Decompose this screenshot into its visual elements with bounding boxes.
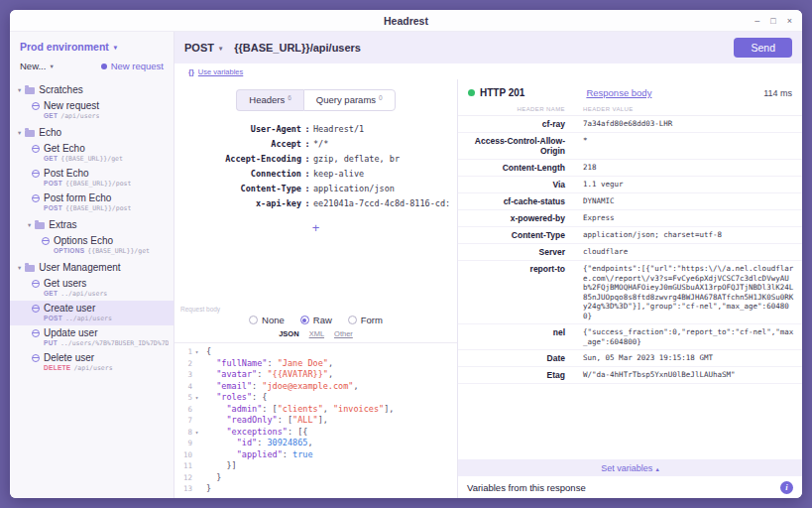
response-row: Content-Length218 xyxy=(458,160,802,177)
tree-request-row[interactable]: Delete userDELETE/api/users xyxy=(10,350,174,375)
request-label: Create user xyxy=(44,303,95,314)
spacer xyxy=(174,244,457,304)
tree-folder-row[interactable]: ▾Scratches xyxy=(10,80,174,98)
minimize-button[interactable]: – xyxy=(754,16,759,26)
header-name[interactable]: Connection xyxy=(174,169,301,179)
add-header-row: + xyxy=(174,210,457,244)
set-variables-link[interactable]: Set variables xyxy=(601,463,658,473)
format-tab-xml[interactable]: XML xyxy=(309,329,324,338)
close-button[interactable]: × xyxy=(787,16,792,26)
header-value[interactable]: keep-alive xyxy=(313,169,451,179)
request-icon xyxy=(32,354,40,362)
response-row: cf-ray7a34afd80e68dd03-LHR xyxy=(458,116,802,133)
header-row[interactable]: Accept:*/* xyxy=(174,136,451,151)
response-header-value: 7a34afd80e68dd03-LHR xyxy=(575,119,802,129)
tree-request-row[interactable]: Post EchoPOST{{BASE_URL}}/post xyxy=(10,166,174,190)
add-icon xyxy=(101,64,107,69)
header-name[interactable]: User-Agent xyxy=(174,124,301,134)
tab-headers[interactable]: Headers6 xyxy=(236,89,303,111)
status-code: HTTP 201 xyxy=(480,87,524,98)
line-number: 2 xyxy=(187,358,192,370)
editor-code[interactable]: { "fullName": "Jane Doe", "avatar": "{{A… xyxy=(201,343,457,498)
send-button[interactable]: Send xyxy=(734,38,792,58)
response-header-name: Content-Type xyxy=(458,230,575,240)
request-method-badge: GET xyxy=(44,155,58,163)
request-method-badge: OPTIONS xyxy=(54,247,84,255)
request-path: ../users/%7B%7BUSER_ID%7D%7D xyxy=(60,339,170,347)
header-row[interactable]: User-Agent:Headrest/1 xyxy=(174,121,451,136)
tree-request-row[interactable]: New requestGET/api/users xyxy=(10,98,174,123)
request-icon xyxy=(32,329,40,337)
tab-query-params[interactable]: Query params0 xyxy=(303,89,396,111)
window-controls: – □ × xyxy=(754,10,792,31)
header-value[interactable]: gzip, deflate, br xyxy=(313,154,451,164)
method-select[interactable]: POST xyxy=(184,42,222,54)
environment-label: Prod environment xyxy=(20,41,109,53)
tree-request-row[interactable]: Post form EchoPOST{{BASE_URL}}/post xyxy=(10,190,174,215)
response-header-name: Via xyxy=(458,180,575,190)
header-name[interactable]: Content-Type xyxy=(174,184,301,193)
body-mode-label: Form xyxy=(361,315,383,325)
request-path: {{BASE_URL}}/get xyxy=(60,155,123,163)
tree-request-row[interactable]: Options EchoOPTIONS{{BASE_URL}}/get xyxy=(10,233,174,258)
tree-request-row[interactable]: Update userPUT../users/%7B%7BUSER_ID%7D%… xyxy=(10,325,174,350)
chevron-down-icon xyxy=(50,61,53,71)
response-header-name: cf-ray xyxy=(458,119,575,129)
tree-folder-row[interactable]: ▾Echo xyxy=(10,123,174,141)
header-value[interactable]: Headrest/1 xyxy=(313,124,451,134)
response-header-name: Server xyxy=(458,247,575,257)
fold-icon: ▾ xyxy=(192,346,201,358)
response-header-value: DYNAMIC xyxy=(575,196,802,206)
request-path: {{BASE_URL}}/get xyxy=(87,247,150,255)
header-name[interactable]: x-api-key xyxy=(174,198,301,208)
response-body-link[interactable]: Response body xyxy=(586,87,651,98)
tree-folder-row[interactable]: ▾Extras xyxy=(10,215,174,233)
folder-icon xyxy=(25,265,35,272)
body-mode-raw[interactable]: Raw xyxy=(300,315,332,325)
new-request-button[interactable]: New request xyxy=(101,61,164,71)
body-mode-none[interactable]: None xyxy=(249,315,285,325)
tab-query-params-count: 0 xyxy=(379,94,383,101)
header-row[interactable]: Accept-Encoding:gzip, deflate, br xyxy=(174,151,451,166)
response-header-name: cf-cache-status xyxy=(458,196,575,206)
info-icon[interactable]: i xyxy=(780,481,793,494)
format-tab-json[interactable]: JSON xyxy=(279,329,298,338)
body-mode-label: Raw xyxy=(313,315,332,325)
response-panel: HTTP 201 Response body 114 ms HEADER NAM… xyxy=(457,79,802,498)
response-header-name: nel xyxy=(458,327,575,346)
variables-from-response-label: Variables from this response xyxy=(467,482,586,493)
use-variables-link[interactable]: Use variables xyxy=(198,67,243,76)
header-name[interactable]: Accept xyxy=(174,139,301,149)
environment-selector[interactable]: Prod environment xyxy=(10,32,174,59)
response-row: report-to{"endpoints":[{"url":"https:\/\… xyxy=(458,261,802,324)
new-menu[interactable]: New... xyxy=(20,61,54,71)
tree-request-row[interactable]: Create userPOST../api/users xyxy=(10,301,174,325)
header-row[interactable]: x-api-key:ee21041a-7ccd-4c8d-8116-cd: xyxy=(174,195,451,210)
format-tab-other[interactable]: Other xyxy=(334,329,353,338)
header-name[interactable]: Accept-Encoding xyxy=(174,154,301,164)
tree-request-row[interactable]: Get EchoGET{{BASE_URL}}/get xyxy=(10,141,174,166)
variables-braces-icon: {} xyxy=(188,67,194,76)
code-line: "avatar": "{{AVATAR}}", xyxy=(206,369,457,381)
tree-folder-row[interactable]: ▾User Management xyxy=(10,258,174,276)
request-method-badge: GET xyxy=(44,290,58,298)
maximize-button[interactable]: □ xyxy=(770,16,775,26)
header-row[interactable]: Content-Type:application/json xyxy=(174,181,451,195)
separator: : xyxy=(301,124,313,134)
code-line: "fullName": "Jane Doe", xyxy=(206,358,457,370)
tree-request-row[interactable]: Get usersGET../api/users xyxy=(10,276,174,301)
request-method-badge: POST xyxy=(44,315,62,322)
body-mode-form[interactable]: Form xyxy=(348,315,383,325)
header-value[interactable]: application/json xyxy=(313,184,451,193)
folder-label: Extras xyxy=(49,219,76,230)
request-method-badge: GET xyxy=(44,112,58,120)
header-value[interactable]: ee21041a-7ccd-4c8d-8116-cd: xyxy=(313,198,451,208)
body-editor[interactable]: 1▾2345▾678▾910111213 { "fullName": "Jane… xyxy=(174,342,457,498)
window-title: Headrest xyxy=(384,15,428,27)
chevron-up-icon xyxy=(655,463,658,473)
chevron-down-icon: ▾ xyxy=(18,86,21,94)
url-input[interactable]: {{BASE_URL}}/api/users xyxy=(234,42,361,54)
add-header-button[interactable]: + xyxy=(312,220,320,235)
header-value[interactable]: */* xyxy=(313,139,451,149)
header-row[interactable]: Connection:keep-alive xyxy=(174,166,451,181)
